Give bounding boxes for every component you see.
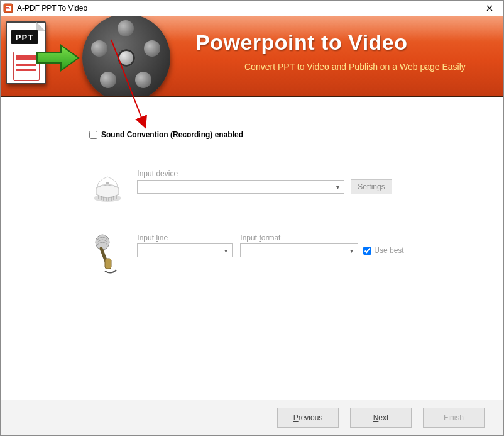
use-best-row[interactable]: Use best [363,246,403,255]
svg-rect-1 [6,6,11,11]
use-best-checkbox[interactable] [363,247,371,255]
sound-recording-label[interactable]: Sound Convention (Recording) enabled [101,130,243,139]
input-line-combo[interactable]: ▾ [137,243,233,257]
title-bar: A-PDF PPT To Video [1,1,503,16]
banner-title: Powerpoint to Video [195,30,408,55]
use-best-label: Use best [374,246,403,255]
svg-rect-16 [105,259,111,269]
input-device-label: Input device [137,169,392,178]
microphone-icon [89,233,121,277]
content-area: Sound Convention (Recording) enabled [1,96,503,399]
ppt-badge: PPT [11,30,38,44]
chevron-down-icon: ▾ [346,247,356,254]
app-window: A-PDF PPT To Video PPT [0,0,504,436]
device-icon [89,169,126,204]
input-format-combo[interactable]: ▾ [240,243,358,257]
input-device-combo[interactable]: ▾ [137,180,344,194]
sound-recording-row: Sound Convention (Recording) enabled [89,130,243,139]
banner-subtitle: Convert PPT to Video and Publish on a We… [244,62,466,72]
film-reel-icon [82,16,170,97]
window-title: A-PDF PPT To Video [17,4,87,13]
close-button[interactable] [476,1,503,16]
svg-rect-3 [6,9,10,9]
input-device-section: Input device ▾ Settings [89,169,392,206]
input-format-label: Input format [240,233,403,242]
input-line-label: Input line [137,233,233,242]
app-icon [3,3,13,13]
svg-point-6 [106,182,109,184]
wizard-footer: Previous Next Finish [1,400,503,435]
header-banner: PPT Powerpoint to Video Convert PPT to V… [1,16,503,97]
sound-recording-checkbox[interactable] [89,131,97,139]
chevron-down-icon: ▾ [332,184,342,191]
next-button[interactable]: Next [350,408,412,428]
settings-button[interactable]: Settings [351,179,392,194]
previous-button[interactable]: Previous [277,408,339,428]
input-line-section: Input line ▾ Input format [89,233,404,279]
chevron-down-icon: ▾ [221,247,231,254]
finish-button[interactable]: Finish [423,408,485,428]
close-icon [486,5,493,11]
convert-arrow-icon [36,44,80,72]
svg-rect-2 [6,7,9,8]
